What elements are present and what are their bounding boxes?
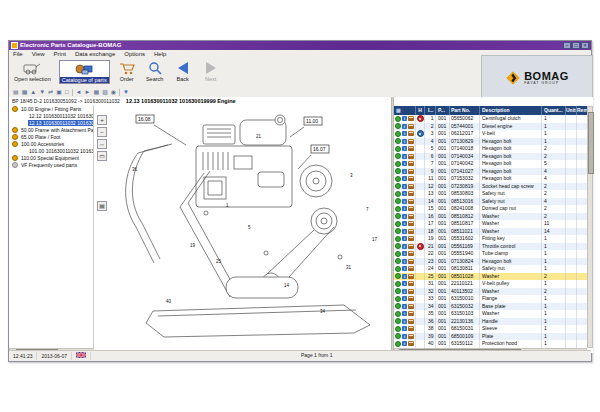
add-to-cart-icon[interactable] <box>408 229 414 234</box>
add-to-cart-icon[interactable] <box>408 251 414 256</box>
table-row[interactable]: i600107140034Hexagon bolt2 <box>394 153 587 161</box>
hotspot-marker-icon[interactable] <box>417 130 424 137</box>
grid-icon[interactable]: ▦ <box>93 89 99 96</box>
tree-item[interactable]: 100.00 Accessories <box>9 140 93 147</box>
add-to-cart-icon[interactable] <box>408 221 414 226</box>
language-flag[interactable] <box>72 352 91 360</box>
info-icon[interactable]: i <box>402 116 407 121</box>
table-row[interactable]: i3500163150103Washer1 <box>394 310 587 318</box>
sort-desc-icon[interactable]: ▼ <box>39 89 45 96</box>
info-icon[interactable]: i <box>402 244 407 249</box>
next-button[interactable]: Next <box>200 60 222 82</box>
table-row[interactable]: i1200107230819Socket head cap screw2 <box>394 183 587 191</box>
info-icon[interactable]: i <box>402 214 407 219</box>
table-view-icon[interactable]: ▦ <box>22 89 28 96</box>
info-icon[interactable]: i <box>402 154 407 159</box>
info-icon[interactable]: i <box>402 191 407 196</box>
hotspot-number[interactable]: 25 <box>216 259 222 264</box>
hotspot-number[interactable]: 40 <box>166 299 172 304</box>
add-to-cart-icon[interactable] <box>408 139 414 144</box>
table-row[interactable]: i500107140018Hexagon bolt2 <box>394 145 587 153</box>
column-header-rem[interactable]: Remarks <box>577 106 587 115</box>
info-icon[interactable]: i <box>402 259 407 264</box>
tree-item[interactable]: 10.00 Engine / Fitting Parts <box>9 105 93 112</box>
add-to-cart-icon[interactable] <box>408 161 414 166</box>
fit-width-button[interactable]: ↔ <box>97 139 107 149</box>
table-row[interactable]: i2100105561169Throttle control1 <box>394 243 587 251</box>
tree-item[interactable]: 101.00 101630011032 101630019999 <box>9 147 93 154</box>
table-row[interactable]: i100105650062Centrifugal clutch1 <box>394 115 587 123</box>
table-vertical-scrollbar[interactable] <box>587 106 593 348</box>
hotspot-number[interactable]: 17 <box>372 237 378 242</box>
info-icon[interactable]: i <box>402 304 407 309</box>
table-row[interactable]: i200105744001Diesel engine1 <box>394 123 587 131</box>
add-to-cart-icon[interactable] <box>408 199 414 204</box>
add-to-cart-icon[interactable] <box>408 319 414 324</box>
parts-table-header[interactable]: ▦HI...P...Part No.DescriptionQuant...Uni… <box>394 106 587 115</box>
column-header-unit[interactable]: Unit <box>566 106 577 115</box>
add-to-cart-icon[interactable] <box>408 206 414 211</box>
table-row[interactable]: i3800168150031Sleeve1 <box>394 325 587 333</box>
table-row[interactable]: i2200105551940Tube clamp1 <box>394 250 587 258</box>
hotspot-number[interactable]: 34 <box>320 309 326 314</box>
add-to-cart-icon[interactable] <box>408 304 414 309</box>
info-icon[interactable]: i <box>402 311 407 316</box>
menu-options[interactable]: Options <box>124 50 145 59</box>
info-icon[interactable]: i <box>402 199 407 204</box>
table-row[interactable]: i3900168500109Plate1 <box>394 333 587 341</box>
nav-forward-icon[interactable]: ► <box>85 89 91 96</box>
add-to-cart-icon[interactable] <box>408 289 414 294</box>
add-to-cart-icon[interactable] <box>408 154 414 159</box>
hotspot-number[interactable]: 14 <box>284 283 290 288</box>
info-icon[interactable]: i <box>402 169 407 174</box>
table-row[interactable]: i300106212017V-belt1 <box>394 130 587 138</box>
add-to-cart-icon[interactable] <box>408 311 414 316</box>
column-header-qty[interactable]: Quant... <box>542 106 566 115</box>
add-to-cart-icon[interactable] <box>408 334 414 339</box>
minimize-button[interactable]: – <box>563 42 571 49</box>
maximize-button[interactable]: □ <box>572 42 580 49</box>
sort-asc-icon[interactable]: ▲ <box>30 89 36 96</box>
tree-item[interactable]: 65.00 Plate / Foot <box>9 133 93 140</box>
info-icon[interactable]: i <box>402 139 407 144</box>
zoom-in-button[interactable]: + <box>97 115 107 125</box>
menu-view[interactable]: View <box>32 50 45 59</box>
add-to-cart-icon[interactable] <box>408 266 414 271</box>
table-row[interactable]: i2500108501028Washer2 <box>394 273 587 281</box>
info-icon[interactable]: i <box>402 334 407 339</box>
table-row[interactable]: i1400108513016Safety nut4 <box>394 198 587 206</box>
title-bar[interactable]: Electronic Parts Catalogue-BOMAG – □ × <box>9 41 591 50</box>
table-row[interactable]: i1600108510812Washer2 <box>394 213 587 221</box>
info-icon[interactable]: i <box>402 131 407 136</box>
hotspot-marker-icon[interactable] <box>417 243 424 250</box>
info-icon[interactable]: i <box>402 206 407 211</box>
add-to-cart-icon[interactable] <box>408 296 414 301</box>
info-icon[interactable]: i <box>402 176 407 181</box>
back-button[interactable]: Back <box>172 60 194 82</box>
info-icon[interactable]: i <box>402 266 407 271</box>
table-row[interactable]: i3400163150032Base plate1 <box>394 303 587 311</box>
tree-view-icon[interactable]: ▤ <box>13 89 19 96</box>
hotspot-number[interactable]: 21 <box>256 134 262 139</box>
info-icon[interactable]: i <box>402 319 407 324</box>
tree-item[interactable]: 12.13 101630011032 101630019999 <box>9 119 93 126</box>
hotspot-number[interactable]: 19 <box>190 243 196 248</box>
table-row[interactable]: i1300108530803Safety nut2 <box>394 190 587 198</box>
menu-data-exchange[interactable]: Data exchange <box>75 50 115 59</box>
add-to-cart-icon[interactable] <box>408 274 414 279</box>
table-row[interactable]: i3200140113502Washer2 <box>394 288 587 296</box>
info-icon[interactable]: i <box>402 296 407 301</box>
transfer-icon[interactable]: ⇄ <box>48 89 53 96</box>
table-row[interactable]: i2400108130811Safety nut1 <box>394 265 587 273</box>
column-header-it[interactable]: I... <box>425 106 436 115</box>
add-to-cart-icon[interactable] <box>408 191 414 196</box>
info-icon[interactable]: i <box>402 161 407 166</box>
nav-back-icon[interactable]: ◄ <box>76 89 82 96</box>
column-header-desc[interactable]: Description <box>480 106 542 115</box>
table-row[interactable]: i1100107153032Hexagon bolt4 <box>394 175 587 183</box>
add-to-cart-icon[interactable] <box>408 169 414 174</box>
add-to-cart-icon[interactable] <box>408 244 414 249</box>
info-icon[interactable]: i <box>402 251 407 256</box>
add-to-cart-icon[interactable] <box>408 341 414 346</box>
column-header-part[interactable]: Part No. <box>450 106 480 115</box>
